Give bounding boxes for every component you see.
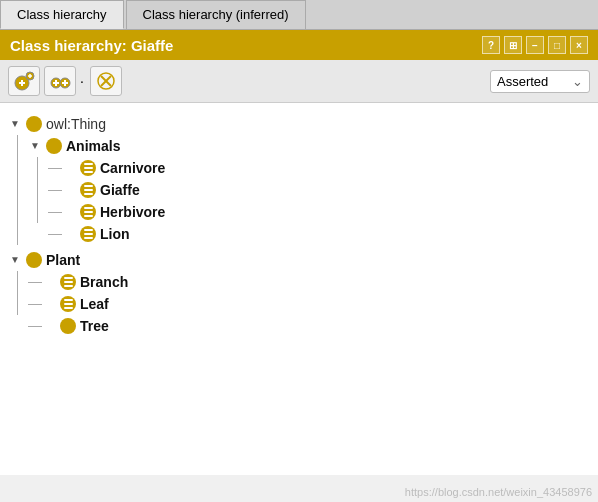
animals-subtree: Animals Carnivore [28,135,590,245]
child-row-herbivore: Herbivore [28,201,590,223]
add-sibling-button[interactable] [44,66,76,96]
tree-row-branch[interactable]: Branch [42,271,590,293]
child-row-leaf: Leaf [8,293,590,315]
tree-node-plant: Plant Branch [8,249,590,337]
node-label-plant: Plant [46,253,80,267]
line-v-giaffe [28,179,48,201]
line-v-herbivore [28,201,48,223]
tree-row-giaffe[interactable]: Giaffe [62,179,590,201]
node-label-leaf: Leaf [80,297,109,311]
line-h-giaffe [48,179,62,201]
node-icon-carnivore [80,160,96,176]
line-h-lion [48,223,62,245]
node-icon-plant [26,252,42,268]
line-h-branch [28,271,42,293]
node-icon-branch [60,274,76,290]
toggle-owl-thing[interactable] [8,119,22,129]
tree-row-lion[interactable]: Lion [62,223,590,245]
node-icon-owl-thing [26,116,42,132]
toolbar: · Asserted ⌄ [0,60,598,103]
node-label-owl-thing: owl:Thing [46,117,106,131]
child-row-giaffe: Giaffe [28,179,590,201]
toggle-plant[interactable] [8,255,22,265]
tree-row-leaf[interactable]: Leaf [42,293,590,315]
child-row-animals: Animals Carnivore [8,135,590,245]
node-label-carnivore: Carnivore [100,161,165,175]
line-v-carnivore [28,157,48,179]
add-subclass-button[interactable] [8,66,40,96]
line-h-tree [28,315,42,337]
node-label-lion: Lion [100,227,130,241]
tree-row-carnivore[interactable]: Carnivore [62,157,590,179]
node-icon-giaffe [80,182,96,198]
node-icon-herbivore [80,204,96,220]
line-v-lion-end [28,223,48,245]
line-h-carnivore [48,157,62,179]
child-row-carnivore: Carnivore [28,157,590,179]
asserted-dropdown[interactable]: Asserted ⌄ [490,70,590,93]
tree-row-animals[interactable]: Animals [28,135,590,157]
children-owl-thing: Animals Carnivore [8,135,590,245]
toggle-animals[interactable] [28,141,42,151]
node-label-branch: Branch [80,275,128,289]
tree-area: owl:Thing Animals [0,103,598,475]
tab-bar: Class hierarchy Class hierarchy (inferre… [0,0,598,30]
layout-icon[interactable]: ⊞ [504,36,522,54]
toolbar-separator: · [80,73,86,89]
children-animals: Carnivore Giaf [28,157,590,245]
node-icon-animals [46,138,62,154]
title-bar-icons: ? ⊞ − □ × [482,36,588,54]
tab-class-hierarchy-inferred[interactable]: Class hierarchy (inferred) [126,0,306,29]
tree-row-owl-thing[interactable]: owl:Thing [8,113,590,135]
child-row-tree: Tree [8,315,590,337]
line-h-leaf [28,293,42,315]
page-title: Class hierarchy: Giaffe [10,37,173,54]
line-v-tree-end [8,315,28,337]
chevron-down-icon: ⌄ [572,74,583,89]
tree-row-herbivore[interactable]: Herbivore [62,201,590,223]
node-label-giaffe: Giaffe [100,183,140,197]
line-h-herbivore [48,201,62,223]
node-icon-leaf [60,296,76,312]
dropdown-label: Asserted [497,74,548,89]
tree-row-plant[interactable]: Plant [8,249,590,271]
watermark: https://blog.csdn.net/weixin_43458976 [405,486,592,498]
tree-node-owl-thing: owl:Thing Animals [8,113,590,245]
title-bar: Class hierarchy: Giaffe ? ⊞ − □ × [0,30,598,60]
child-row-branch: Branch [8,271,590,293]
node-label-herbivore: Herbivore [100,205,165,219]
node-icon-lion [80,226,96,242]
minimize-icon[interactable]: − [526,36,544,54]
node-label-animals: Animals [66,139,120,153]
help-icon[interactable]: ? [482,36,500,54]
children-plant: Branch Leaf [8,271,590,337]
line-v-leaf [8,293,28,315]
line-v-branch [8,271,28,293]
delete-class-button[interactable] [90,66,122,96]
node-label-tree: Tree [80,319,109,333]
child-row-lion: Lion [28,223,590,245]
line-v-animals [8,135,28,245]
close-icon[interactable]: × [570,36,588,54]
node-icon-tree [60,318,76,334]
tab-class-hierarchy[interactable]: Class hierarchy [0,0,124,29]
tree-row-tree[interactable]: Tree [42,315,590,337]
restore-icon[interactable]: □ [548,36,566,54]
